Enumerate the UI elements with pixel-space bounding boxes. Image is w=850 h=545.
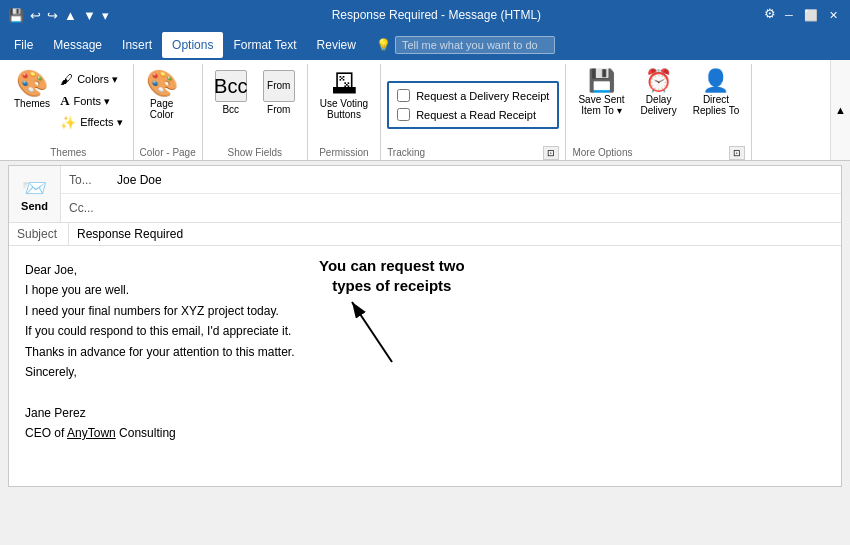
ribbon-group-show-fields: Bcc Bcc From From Show Fields	[203, 64, 308, 160]
delivery-receipt-item[interactable]: Request a Delivery Receipt	[397, 89, 549, 102]
show-fields-group-content: Bcc Bcc From From	[209, 64, 301, 147]
cc-row: Cc...	[61, 194, 841, 222]
save-icon[interactable]: 💾	[8, 8, 24, 23]
bcc-icon: Bcc	[215, 70, 247, 102]
page-color-group-content: 🎨 PageColor	[140, 64, 196, 147]
voting-icon: 🗳	[331, 70, 357, 96]
page-color-icon: 🎨	[146, 70, 178, 96]
read-receipt-label: Request a Read Receipt	[416, 109, 536, 121]
ribbon-group-tracking: Request a Delivery Receipt Request a Rea…	[381, 64, 566, 160]
to-cc-area: 📨 Send To... Cc...	[9, 166, 841, 223]
themes-group-content: 🎨 Themes 🖌 Colors ▾ A Fonts ▾ ✨ Effects …	[10, 64, 127, 147]
save-sent-button[interactable]: 💾 Save SentItem To ▾	[572, 66, 630, 120]
send-icon: 📨	[22, 176, 47, 200]
cc-button[interactable]: Cc...	[61, 197, 111, 219]
body-line-1: Dear Joe,	[25, 260, 825, 280]
email-area: 📨 Send To... Cc... Subject Dear Joe,	[0, 161, 850, 491]
menu-review[interactable]: Review	[307, 32, 366, 58]
body-line-7	[25, 382, 825, 402]
title-bar: 💾 ↩ ↪ ▲ ▼ ▾ Response Required - Message …	[0, 0, 850, 30]
email-body: Dear Joe, I hope you are well. I need yo…	[9, 246, 841, 486]
more-options-group-content: 💾 Save SentItem To ▾ ⏰ DelayDelivery 👤 D…	[572, 64, 745, 146]
tell-me-area: 💡	[376, 36, 555, 54]
from-label: From	[267, 104, 290, 115]
menu-bar: File Message Insert Options Format Text …	[0, 30, 850, 60]
minimize-button[interactable]: ─	[780, 6, 798, 24]
menu-message[interactable]: Message	[43, 32, 112, 58]
from-icon: From	[263, 70, 295, 102]
ribbon-content: 🎨 Themes 🖌 Colors ▾ A Fonts ▾ ✨ Effects …	[0, 60, 830, 160]
restore-button[interactable]: ⬜	[802, 6, 820, 24]
bcc-label: Bcc	[222, 104, 239, 115]
themes-button[interactable]: 🎨 Themes	[10, 66, 54, 113]
delivery-receipt-checkbox[interactable]	[397, 89, 410, 102]
themes-group-label: Themes	[10, 147, 127, 160]
send-button[interactable]: 📨 Send	[9, 166, 61, 222]
colors-button[interactable]: 🖌 Colors ▾	[56, 70, 126, 89]
down-icon[interactable]: ▼	[83, 8, 96, 23]
up-icon[interactable]: ▲	[64, 8, 77, 23]
subject-label: Subject	[9, 223, 69, 245]
to-input[interactable]	[111, 169, 841, 191]
tracking-footer: Tracking ⊡	[387, 146, 559, 160]
more-options-expand-icon[interactable]: ⊡	[729, 146, 745, 160]
read-receipt-item[interactable]: Request a Read Receipt	[397, 108, 549, 121]
colors-label: Colors ▾	[77, 73, 118, 86]
menu-format-text[interactable]: Format Text	[223, 32, 306, 58]
undo-icon[interactable]: ↩	[30, 8, 41, 23]
body-line-5: Thanks in advance for your attention to …	[25, 342, 825, 362]
body-line-2: I hope you are well.	[25, 280, 825, 300]
use-voting-button[interactable]: 🗳 Use VotingButtons	[314, 66, 374, 124]
cc-input[interactable]	[111, 197, 841, 219]
lightbulb-icon: 💡	[376, 38, 391, 52]
delay-label: DelayDelivery	[641, 94, 677, 116]
body-line-3: I need your final numbers for XYZ projec…	[25, 301, 825, 321]
subject-input[interactable]	[69, 223, 841, 245]
recipient-fields: To... Cc...	[61, 166, 841, 222]
window-controls: ⚙ ─ ⬜ ✕	[764, 6, 842, 24]
direct-icon: 👤	[702, 70, 729, 92]
body-line-4: If you could respond to this email, I'd …	[25, 321, 825, 341]
settings-icon[interactable]: ⚙	[764, 6, 776, 24]
page-color-group-label: Color - Page	[140, 147, 196, 160]
close-button[interactable]: ✕	[824, 6, 842, 24]
voting-label: Use VotingButtons	[320, 98, 368, 120]
bcc-button[interactable]: Bcc Bcc	[209, 66, 253, 119]
menu-options[interactable]: Options	[162, 32, 223, 58]
delivery-receipt-label: Request a Delivery Receipt	[416, 90, 549, 102]
direct-replies-button[interactable]: 👤 DirectReplies To	[687, 66, 746, 120]
fonts-icon: A	[60, 93, 69, 109]
title-bar-left: 💾 ↩ ↪ ▲ ▼ ▾	[8, 8, 109, 23]
direct-label: DirectReplies To	[693, 94, 740, 116]
permission-group-content: 🗳 Use VotingButtons	[314, 64, 374, 147]
from-button[interactable]: From From	[257, 66, 301, 119]
expand-icon[interactable]: ▾	[102, 8, 109, 23]
effects-icon: ✨	[60, 115, 76, 130]
anytown-link[interactable]: AnyTown	[67, 426, 116, 440]
ribbon-group-themes: 🎨 Themes 🖌 Colors ▾ A Fonts ▾ ✨ Effects …	[4, 64, 134, 160]
menu-insert[interactable]: Insert	[112, 32, 162, 58]
to-row: To...	[61, 166, 841, 194]
ribbon-collapse-button[interactable]: ▲	[830, 60, 850, 160]
ribbon-group-permission: 🗳 Use VotingButtons Permission	[308, 64, 381, 160]
send-label: Send	[21, 200, 48, 212]
save-sent-label: Save SentItem To ▾	[578, 94, 624, 116]
window-title: Response Required - Message (HTML)	[109, 8, 764, 22]
delay-delivery-button[interactable]: ⏰ DelayDelivery	[635, 66, 683, 120]
page-color-button[interactable]: 🎨 PageColor	[140, 66, 184, 124]
tracking-expand-icon[interactable]: ⊡	[543, 146, 559, 160]
show-fields-group-label: Show Fields	[209, 147, 301, 160]
delay-icon: ⏰	[645, 70, 672, 92]
fonts-button[interactable]: A Fonts ▾	[56, 91, 126, 111]
more-options-footer: More Options ⊡	[572, 146, 745, 160]
redo-icon[interactable]: ↪	[47, 8, 58, 23]
to-button[interactable]: To...	[61, 169, 111, 191]
effects-button[interactable]: ✨ Effects ▾	[56, 113, 126, 132]
effects-label: Effects ▾	[80, 116, 122, 129]
tell-me-input[interactable]	[395, 36, 555, 54]
save-sent-icon: 💾	[588, 70, 615, 92]
tracking-box: Request a Delivery Receipt Request a Rea…	[387, 81, 559, 129]
read-receipt-checkbox[interactable]	[397, 108, 410, 121]
menu-file[interactable]: File	[4, 32, 43, 58]
permission-group-label: Permission	[314, 147, 374, 160]
